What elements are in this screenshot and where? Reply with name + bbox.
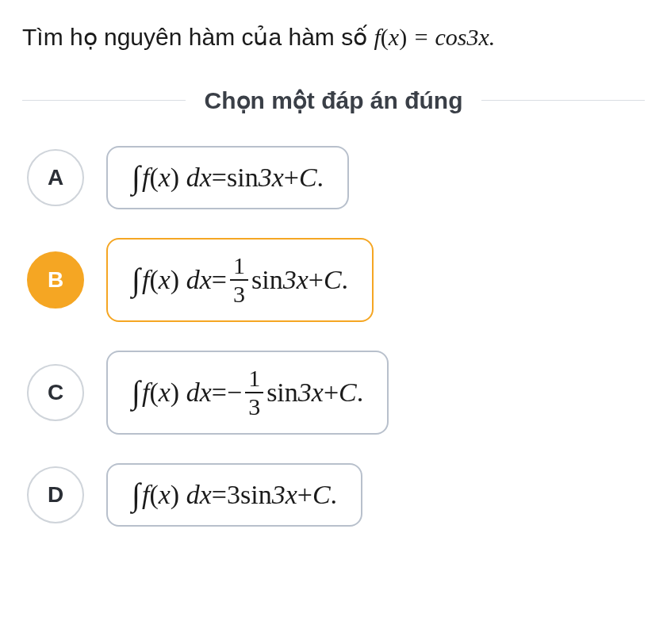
option-a-f: f — [142, 164, 149, 191]
option-a-open: ( — [149, 164, 158, 191]
option-d-content[interactable]: ∫f(x) dx = 3sin3x + C. — [106, 463, 362, 527]
option-d-d: d — [186, 481, 200, 508]
option-c-den: 3 — [245, 392, 263, 419]
option-c-sin: sin — [266, 379, 298, 406]
option-a-letter: A — [48, 165, 63, 190]
question-eq: = — [407, 24, 435, 50]
option-b-period: . — [342, 266, 349, 293]
option-b-close: ) — [171, 266, 179, 293]
question-cos: cos — [435, 24, 466, 50]
option-b[interactable]: B ∫f(x) dx = 1 3 sin3x + C. — [27, 238, 640, 322]
option-d-bubble[interactable]: D — [27, 466, 84, 523]
question-arg: 3x — [466, 24, 489, 50]
option-c[interactable]: C ∫f(x) dx = − 1 3 sin3x + C. — [27, 351, 640, 435]
option-b-num: 1 — [230, 254, 248, 279]
option-d-var: x — [159, 481, 171, 508]
option-d-close: ) — [171, 481, 179, 508]
option-d-plus: + — [297, 481, 312, 508]
option-c-eq: = — [212, 379, 227, 406]
option-c-var: x — [159, 379, 171, 406]
option-b-d: d — [186, 266, 200, 293]
option-a-close: ) — [171, 164, 179, 191]
option-b-sin: sin — [251, 266, 283, 293]
option-b-c: C — [324, 266, 342, 293]
option-a-bubble[interactable]: A — [27, 149, 84, 206]
question-text: Tìm họ nguyên hàm của hàm số f(x) = cos3… — [22, 19, 645, 55]
question-f: f — [374, 24, 381, 50]
option-c-num: 1 — [245, 366, 263, 392]
question-open-paren: ( — [381, 24, 389, 50]
divider-right — [481, 100, 645, 101]
option-d-letter: D — [48, 482, 63, 508]
option-b-plus: + — [309, 266, 324, 293]
question-prefix: Tìm họ nguyên hàm của hàm số — [22, 24, 374, 50]
options-list: A ∫f(x) dx = sin3x + C. B ∫f(x) dx = 1 3… — [22, 146, 645, 527]
option-d-coef: 3 — [227, 481, 240, 508]
option-c-c: C — [339, 379, 357, 406]
option-c-period: . — [357, 379, 364, 406]
option-a-x: x — [200, 164, 212, 191]
option-c-bubble[interactable]: C — [27, 364, 84, 421]
option-b-bubble[interactable]: B — [27, 251, 84, 309]
option-a-c: C — [299, 164, 317, 191]
option-d-x: x — [200, 481, 212, 508]
option-a-eq: = — [212, 164, 227, 191]
option-a-sin: sin — [227, 164, 259, 191]
option-d-sin: sin — [240, 481, 272, 508]
option-b-den: 3 — [230, 279, 248, 306]
option-c-f: f — [142, 379, 149, 406]
option-d[interactable]: D ∫f(x) dx = 3sin3x + C. — [27, 463, 640, 527]
question-period: . — [489, 24, 496, 50]
option-b-content[interactable]: ∫f(x) dx = 1 3 sin3x + C. — [106, 238, 374, 322]
option-a-period: . — [317, 164, 324, 191]
option-c-neg: − — [227, 379, 242, 406]
option-d-arg: 3x — [272, 481, 297, 508]
option-a-d: d — [186, 164, 200, 191]
option-b-integral-icon: ∫ — [132, 264, 140, 296]
option-b-fraction: 1 3 — [230, 254, 248, 306]
option-a-integral-icon: ∫ — [132, 162, 140, 194]
option-d-integral-icon: ∫ — [132, 479, 140, 511]
option-c-fraction: 1 3 — [245, 366, 263, 419]
option-d-c: C — [312, 481, 331, 508]
option-c-plus: + — [324, 379, 339, 406]
option-b-eq: = — [212, 266, 227, 293]
option-a[interactable]: A ∫f(x) dx = sin3x + C. — [27, 146, 640, 209]
option-c-d: d — [186, 379, 200, 406]
option-a-arg: 3x — [259, 164, 284, 191]
instruction-row: Chọn một đáp án đúng — [22, 86, 645, 114]
option-c-open: ( — [149, 379, 158, 406]
question-close-paren: ) — [399, 24, 407, 50]
option-d-f: f — [142, 481, 149, 508]
option-c-arg: 3x — [298, 379, 324, 406]
option-d-eq: = — [212, 481, 227, 508]
option-d-open: ( — [149, 481, 158, 508]
option-d-period: . — [331, 481, 338, 508]
option-b-x: x — [200, 266, 212, 293]
option-c-x: x — [200, 379, 212, 406]
option-c-close: ) — [171, 379, 179, 406]
option-c-integral-icon: ∫ — [132, 377, 140, 408]
question-var: x — [389, 24, 399, 50]
instruction-text: Chọn một đáp án đúng — [186, 86, 482, 114]
option-b-open: ( — [149, 266, 158, 293]
option-b-arg: 3x — [283, 266, 309, 293]
option-c-letter: C — [48, 380, 63, 405]
option-b-letter: B — [48, 267, 63, 293]
option-a-var: x — [159, 164, 171, 191]
option-b-f: f — [142, 266, 149, 293]
option-a-content[interactable]: ∫f(x) dx = sin3x + C. — [106, 146, 349, 209]
option-c-content[interactable]: ∫f(x) dx = − 1 3 sin3x + C. — [106, 351, 389, 435]
divider-left — [22, 100, 186, 101]
option-b-var: x — [159, 266, 171, 293]
option-a-plus: + — [284, 164, 299, 191]
